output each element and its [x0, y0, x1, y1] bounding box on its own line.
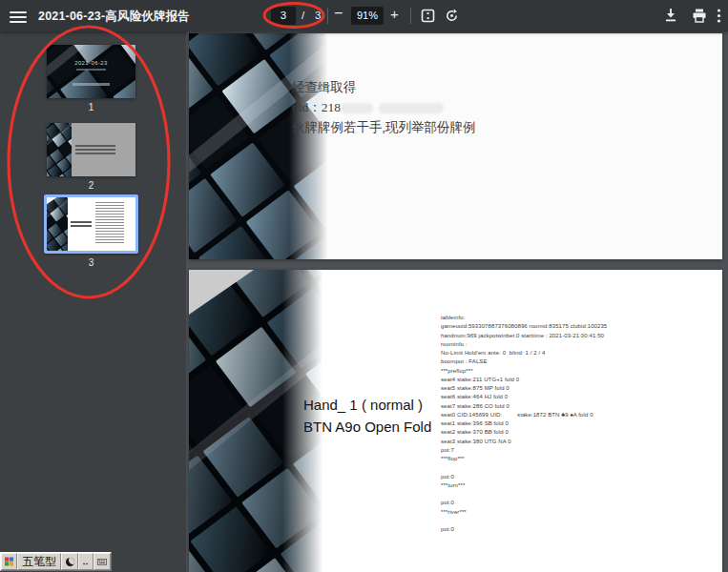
- page-number-input[interactable]: 3: [271, 7, 296, 25]
- download-icon[interactable]: [664, 8, 677, 23]
- zoom-out-button[interactable]: −: [334, 5, 343, 22]
- document-title: 2021-06-23-高风险伙牌报告: [38, 9, 190, 25]
- menu-icon[interactable]: [10, 9, 27, 23]
- thumbnail-label-3[interactable]: 3: [47, 257, 135, 268]
- thumbnail-page-1[interactable]: 2021-06-23: [47, 45, 135, 98]
- thumbnail-text-line: [73, 83, 110, 86]
- ime-logo-icon[interactable]: [1, 553, 17, 570]
- pdf-page-2: 经查缉取得 uid：218 伙牌牌例若干手,现列举部份牌例: [189, 33, 722, 259]
- thumbnail-text-lines: [75, 145, 115, 156]
- text-line: 伙牌牌例若干手,现列举部份牌例: [292, 117, 475, 137]
- thumbnail-page-2[interactable]: [47, 123, 135, 176]
- ime-status-bar: 五笔型 ‥: [0, 552, 112, 571]
- pdf-page-3: Hand_ 1 ( normal ) BTN A9o Open Fold tab…: [189, 270, 722, 572]
- thumbnail-label-1[interactable]: 1: [47, 102, 135, 112]
- thumbnail-slide-title: 2021-06-23: [47, 60, 135, 66]
- page-separator: /: [302, 10, 304, 21]
- fit-to-page-icon[interactable]: [421, 9, 435, 23]
- thumbnail-page-3-selected[interactable]: [44, 194, 138, 254]
- hand-title-line: Hand_ 1 ( normal ): [303, 394, 431, 416]
- zoom-level-input[interactable]: 91%: [351, 7, 384, 25]
- ime-mode-button[interactable]: 五笔型: [17, 553, 61, 570]
- pdf-toolbar: 2021-06-23-高风险伙牌报告 3 / 3 − 91% +: [0, 0, 728, 31]
- ime-soft-keyboard-icon[interactable]: [94, 553, 111, 570]
- text-line-uid: uid：218: [292, 97, 475, 117]
- thumbnail-label-2[interactable]: 2: [47, 180, 135, 191]
- cubes-artwork: [47, 45, 135, 98]
- zoom-in-button[interactable]: +: [390, 6, 399, 22]
- cubes-artwork: [47, 123, 72, 176]
- thumbnail-text-lines: [71, 221, 92, 228]
- redaction-smudge: [341, 103, 373, 113]
- ime-punctuation-toggle[interactable]: ‥: [78, 553, 94, 570]
- more-options-icon[interactable]: [717, 9, 721, 23]
- artwork-fade: [289, 33, 331, 259]
- text-line: 经查缉取得: [292, 77, 475, 97]
- screen: { "toolbar": { "title": "2021-06-23-高风险伙…: [0, 0, 728, 572]
- redaction-smudge: [379, 103, 444, 113]
- page-2-text: 经查缉取得 uid：218 伙牌牌例若干手,现列举部份牌例: [292, 77, 475, 137]
- thumbnail-sidebar: 2021-06-23 1 2 3: [0, 31, 186, 572]
- ime-fullwidth-toggle-icon[interactable]: [61, 553, 78, 570]
- page-total: 3: [315, 10, 321, 21]
- tableinfo-block: tableinfo: gameuuid:593307887376080896 r…: [441, 314, 607, 534]
- thumbnail-text-line: [76, 69, 106, 71]
- toolbar-divider: [327, 8, 328, 24]
- thumbnail-text-lines: [95, 202, 124, 244]
- cubes-artwork: [47, 197, 68, 251]
- hand-title-line: BTN A9o Open Fold: [303, 416, 431, 438]
- toolbar-divider: [410, 8, 411, 24]
- hand-title: Hand_ 1 ( normal ) BTN A9o Open Fold: [303, 394, 431, 438]
- rotate-icon[interactable]: [445, 9, 459, 23]
- print-icon[interactable]: [692, 9, 707, 23]
